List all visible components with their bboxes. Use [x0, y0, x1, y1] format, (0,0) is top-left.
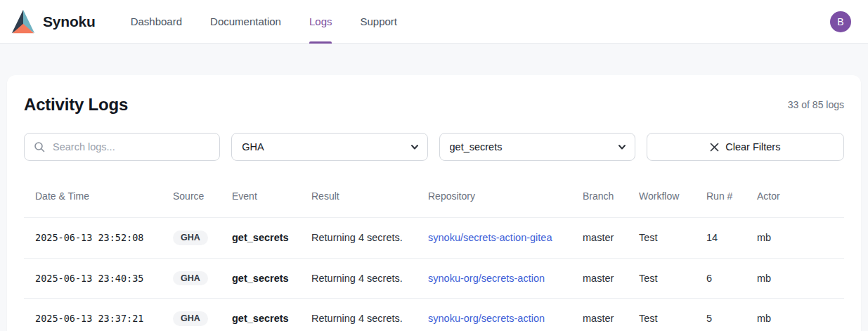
column-header-run: Run # — [695, 182, 746, 218]
log-actor: mb — [746, 299, 844, 331]
source-badge: GHA — [173, 231, 208, 245]
nav-item-dashboard[interactable]: Dashboard — [117, 0, 196, 44]
column-header-branch: Branch — [571, 182, 628, 218]
repository-link[interactable]: synoku-org/secrets-action — [428, 273, 545, 284]
brand-name: Synoku — [43, 13, 96, 30]
nav-item-support[interactable]: Support — [346, 0, 411, 44]
close-icon — [710, 143, 719, 152]
log-run-number: 5 — [695, 299, 746, 331]
log-workflow: Test — [628, 299, 695, 331]
repository-link[interactable]: synoku-org/secrets-action — [428, 313, 545, 324]
nav-item-label: Support — [360, 15, 397, 27]
synoku-logo-icon — [10, 8, 37, 35]
active-tab-underline — [309, 41, 332, 44]
clear-filters-button[interactable]: Clear Filters — [647, 133, 844, 161]
event-filter-select[interactable]: get_secrets — [439, 133, 635, 161]
nav-item-label: Dashboard — [131, 15, 182, 27]
log-event: get_secrets — [221, 218, 300, 259]
log-workflow: Test — [628, 258, 695, 299]
source-badge: GHA — [173, 311, 208, 326]
log-result: Returning 4 secrets. — [300, 258, 417, 299]
table-header-row: Date & Time Source Event Result Reposito… — [24, 182, 844, 218]
column-header-event: Event — [221, 182, 300, 218]
column-header-actor: Actor — [746, 182, 844, 218]
user-avatar[interactable]: B — [830, 11, 851, 32]
log-datetime: 2025-06-13 23:40:35 — [24, 258, 162, 299]
nav-item-documentation[interactable]: Documentation — [196, 0, 295, 44]
column-header-source: Source — [162, 182, 221, 218]
log-branch: master — [571, 218, 628, 259]
log-result: Returning 4 secrets. — [300, 218, 417, 259]
log-event: get_secrets — [221, 299, 300, 331]
filters-row: GHA get_secrets Clear Filters — [24, 133, 844, 161]
log-event: get_secrets — [221, 258, 300, 299]
search-input[interactable] — [24, 133, 220, 161]
nav-item-logs[interactable]: Logs — [295, 0, 346, 44]
log-datetime: 2025-06-13 23:52:08 — [24, 218, 162, 259]
log-result: Returning 4 secrets. — [300, 299, 417, 331]
main-nav: Dashboard Documentation Logs Support — [117, 0, 411, 44]
nav-item-label: Documentation — [210, 15, 281, 27]
avatar-initial: B — [837, 16, 843, 27]
event-filter-wrap: get_secrets — [439, 133, 635, 161]
log-workflow: Test — [628, 218, 695, 259]
log-datetime: 2025-06-13 23:37:21 — [24, 299, 162, 331]
column-header-result: Result — [300, 182, 417, 218]
source-filter-wrap: GHA — [231, 133, 427, 161]
nav-item-label: Logs — [309, 15, 332, 27]
table-row: 2025-06-13 23:52:08 GHA get_secrets Retu… — [24, 218, 844, 259]
log-actor: mb — [746, 218, 844, 259]
card-header: Activity Logs 33 of 85 logs — [24, 95, 844, 115]
column-header-workflow: Workflow — [628, 182, 695, 218]
column-header-repository: Repository — [417, 182, 571, 218]
activity-logs-card: Activity Logs 33 of 85 logs GHA get_secr… — [7, 75, 861, 331]
page-title: Activity Logs — [24, 95, 128, 115]
column-header-datetime: Date & Time — [24, 182, 162, 218]
log-actor: mb — [746, 258, 844, 299]
log-run-number: 6 — [695, 258, 746, 299]
source-badge: GHA — [173, 271, 208, 286]
search-field-wrap — [24, 133, 220, 161]
source-filter-select[interactable]: GHA — [231, 133, 427, 161]
clear-filters-label: Clear Filters — [725, 141, 780, 152]
log-run-number: 14 — [695, 218, 746, 259]
activity-logs-table: Date & Time Source Event Result Reposito… — [24, 182, 844, 331]
brand[interactable]: Synoku — [10, 8, 96, 35]
log-branch: master — [571, 258, 628, 299]
table-row: 2025-06-13 23:40:35 GHA get_secrets Retu… — [24, 258, 844, 299]
repository-link[interactable]: synoku/secrets-action-gitea — [428, 232, 552, 243]
logs-count: 33 of 85 logs — [788, 99, 844, 110]
top-navigation-bar: Synoku Dashboard Documentation Logs Supp… — [0, 0, 868, 44]
log-branch: master — [571, 299, 628, 331]
table-row: 2025-06-13 23:37:21 GHA get_secrets Retu… — [24, 299, 844, 331]
